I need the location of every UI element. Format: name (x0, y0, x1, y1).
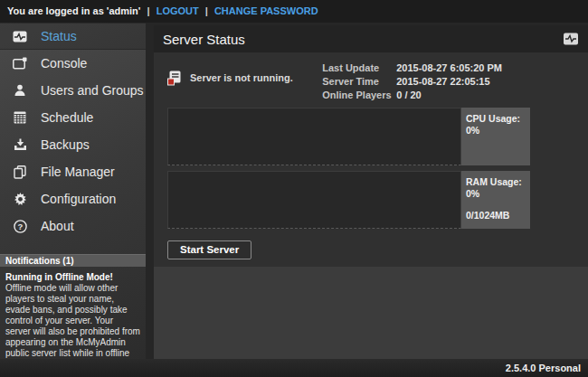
server-status-message: Server is not running. (167, 69, 293, 87)
ram-usage-infobox: RAM Usage: 0% 0/1024MB (461, 171, 530, 229)
server-info-table: Last Update 2015-08-27 6:05:20 PM Server… (322, 61, 502, 102)
ram-usage-detail: 0/1024MB (466, 210, 526, 221)
main-background (154, 267, 588, 359)
sidebar-item-users-and-groups[interactable]: Users and Groups (0, 77, 146, 104)
footer: 2.5.4.0 Personal (0, 359, 588, 377)
file-manager-icon (12, 164, 28, 180)
sidebar-item-schedule[interactable]: Schedule (0, 104, 146, 131)
notification-item: Running in Offline Mode! Offline mode wi… (0, 267, 146, 359)
svg-text:?: ? (17, 221, 23, 231)
cpu-usage-infobox: CPU Usage: 0% (461, 108, 530, 165)
info-value: 2015-08-27 22:05:15 (396, 75, 489, 89)
info-label: Last Update (322, 61, 396, 75)
ram-usage-label: RAM Usage: (466, 176, 526, 188)
sidebar-item-console[interactable]: Console (0, 50, 146, 77)
info-value: 0 / 20 (396, 89, 422, 102)
page-title: Server Status (163, 32, 563, 47)
logged-in-text: You are logged in as 'admin' (7, 5, 140, 16)
server-stopped-icon (167, 71, 181, 86)
logout-link[interactable]: LOGOUT (156, 5, 199, 16)
main-area: Server Status Server is not running. Las… (146, 23, 588, 359)
info-label: Online Players (322, 89, 396, 102)
sidebar-item-label: Users and Groups (41, 83, 144, 98)
topbar: You are logged in as 'admin' | LOGOUT | … (0, 0, 588, 23)
sidebar: Status Console Users and Groups Schedule… (0, 23, 146, 359)
info-row-online-players: Online Players 0 / 20 (322, 89, 502, 102)
panel-body: Server is not running. Last Update 2015-… (154, 52, 588, 267)
status-graph-icon[interactable] (563, 33, 579, 45)
schedule-icon (12, 109, 28, 126)
status-icon (12, 28, 28, 44)
question-icon: ? (12, 218, 28, 234)
sidebar-item-label: Status (41, 29, 77, 43)
ram-usage-value: 0% (466, 188, 526, 200)
console-icon (12, 55, 28, 71)
cpu-usage-graph (167, 108, 461, 165)
separator: | (205, 5, 208, 16)
sidebar-item-status[interactable]: Status (0, 23, 146, 50)
gear-icon (12, 191, 28, 207)
sidebar-item-label: File Manager (41, 165, 115, 179)
version-text: 2.5.4.0 Personal (506, 363, 581, 373)
sidebar-item-label: Schedule (41, 110, 93, 125)
sidebar-item-label: Configuration (41, 192, 116, 206)
users-icon (12, 82, 28, 99)
sidebar-item-label: Backups (41, 137, 90, 152)
info-value: 2015-08-27 6:05:20 PM (396, 61, 502, 75)
info-row-server-time: Server Time 2015-08-27 22:05:15 (322, 75, 502, 89)
server-status-panel: Server Status Server is not running. Las… (154, 25, 588, 267)
notifications-header: Notifications (1) (0, 254, 146, 267)
backups-icon (12, 137, 28, 153)
server-status-text: Server is not running. (190, 72, 293, 83)
panel-header: Server Status (154, 25, 588, 52)
start-server-button[interactable]: Start Server (167, 240, 251, 259)
info-label: Server Time (322, 75, 396, 89)
sidebar-item-configuration[interactable]: Configuration (0, 185, 146, 212)
sidebar-item-label: About (41, 219, 74, 233)
cpu-usage-block: CPU Usage: 0% (167, 108, 530, 165)
sidebar-item-label: Console (41, 56, 87, 71)
sidebar-item-file-manager[interactable]: File Manager (0, 158, 146, 185)
separator: | (147, 5, 150, 16)
ram-usage-block: RAM Usage: 0% 0/1024MB (167, 171, 530, 229)
change-password-link[interactable]: CHANGE PASSWORD (214, 5, 318, 16)
notification-text: Offline mode will allow other players to… (5, 283, 140, 359)
cpu-usage-value: 0% (466, 125, 526, 137)
notification-title: Running in Offline Mode! (5, 272, 140, 283)
sidebar-item-about[interactable]: ? About (0, 212, 146, 240)
cpu-usage-label: CPU Usage: (466, 113, 526, 125)
sidebar-item-backups[interactable]: Backups (0, 131, 146, 158)
info-row-last-update: Last Update 2015-08-27 6:05:20 PM (322, 61, 502, 75)
ram-usage-graph (167, 171, 461, 229)
